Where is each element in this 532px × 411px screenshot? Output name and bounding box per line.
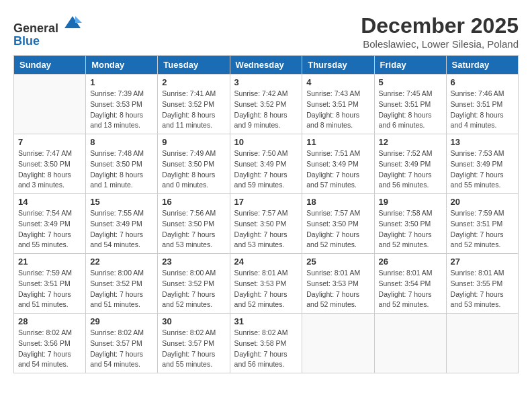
calendar-cell: 6Sunrise: 7:46 AM Sunset: 3:51 PM Daylig… (446, 75, 518, 134)
day-number: 11 (306, 137, 369, 147)
calendar-cell: 9Sunrise: 7:49 AM Sunset: 3:50 PM Daylig… (158, 134, 230, 194)
day-number: 9 (162, 137, 225, 147)
calendar-cell: 20Sunrise: 7:59 AM Sunset: 3:51 PM Dayli… (446, 194, 518, 254)
day-number: 20 (451, 197, 514, 207)
calendar-cell: 17Sunrise: 7:57 AM Sunset: 3:50 PM Dayli… (230, 194, 302, 254)
day-info: Sunrise: 7:59 AM Sunset: 3:51 PM Dayligh… (18, 268, 81, 310)
calendar-cell: 5Sunrise: 7:45 AM Sunset: 3:51 PM Daylig… (374, 75, 446, 134)
calendar-cell: 19Sunrise: 7:58 AM Sunset: 3:50 PM Dayli… (374, 194, 446, 254)
calendar-week-1: 1Sunrise: 7:39 AM Sunset: 3:53 PM Daylig… (14, 75, 519, 134)
logo: General Blue (13, 13, 82, 48)
calendar-cell: 28Sunrise: 8:02 AM Sunset: 3:56 PM Dayli… (14, 314, 86, 373)
day-number: 14 (18, 197, 81, 207)
calendar-cell: 31Sunrise: 8:02 AM Sunset: 3:58 PM Dayli… (230, 314, 302, 373)
logo-blue: Blue (13, 34, 40, 48)
day-number: 29 (90, 316, 153, 326)
day-info: Sunrise: 7:41 AM Sunset: 3:52 PM Dayligh… (162, 89, 225, 131)
day-number: 25 (306, 257, 369, 267)
day-number: 1 (90, 77, 153, 87)
day-number: 7 (18, 137, 81, 147)
calendar-week-4: 21Sunrise: 7:59 AM Sunset: 3:51 PM Dayli… (14, 254, 519, 314)
calendar-cell: 8Sunrise: 7:48 AM Sunset: 3:50 PM Daylig… (86, 134, 158, 194)
calendar-cell: 29Sunrise: 8:02 AM Sunset: 3:57 PM Dayli… (86, 314, 158, 373)
day-info: Sunrise: 7:51 AM Sunset: 3:49 PM Dayligh… (306, 148, 369, 191)
calendar-cell: 21Sunrise: 7:59 AM Sunset: 3:51 PM Dayli… (14, 254, 86, 314)
page-header: General Blue December 2025 Boleslawiec, … (13, 13, 519, 50)
calendar-week-5: 28Sunrise: 8:02 AM Sunset: 3:56 PM Dayli… (14, 314, 519, 373)
title-area: December 2025 Boleslawiec, Lower Silesia… (361, 13, 519, 50)
day-number: 3 (234, 77, 298, 87)
day-number: 15 (90, 197, 153, 207)
calendar-header-monday: Monday (86, 56, 158, 75)
logo-icon (63, 13, 82, 32)
calendar-week-2: 7Sunrise: 7:47 AM Sunset: 3:50 PM Daylig… (14, 134, 519, 194)
day-number: 30 (162, 316, 225, 326)
calendar-cell: 13Sunrise: 7:53 AM Sunset: 3:49 PM Dayli… (446, 134, 518, 194)
day-number: 27 (451, 257, 514, 267)
calendar-cell: 7Sunrise: 7:47 AM Sunset: 3:50 PM Daylig… (14, 134, 86, 194)
calendar-cell: 11Sunrise: 7:51 AM Sunset: 3:49 PM Dayli… (302, 134, 374, 194)
calendar-cell: 15Sunrise: 7:55 AM Sunset: 3:49 PM Dayli… (86, 194, 158, 254)
day-number: 26 (379, 257, 442, 267)
calendar-cell: 16Sunrise: 7:56 AM Sunset: 3:50 PM Dayli… (158, 194, 230, 254)
day-info: Sunrise: 8:02 AM Sunset: 3:58 PM Dayligh… (234, 328, 298, 370)
day-info: Sunrise: 8:01 AM Sunset: 3:53 PM Dayligh… (306, 268, 369, 310)
calendar-cell: 14Sunrise: 7:54 AM Sunset: 3:49 PM Dayli… (14, 194, 86, 254)
day-number: 16 (162, 197, 225, 207)
calendar-week-3: 14Sunrise: 7:54 AM Sunset: 3:49 PM Dayli… (14, 194, 519, 254)
day-number: 5 (379, 77, 442, 87)
day-number: 23 (162, 257, 225, 267)
calendar-cell: 3Sunrise: 7:42 AM Sunset: 3:52 PM Daylig… (230, 75, 302, 134)
day-info: Sunrise: 7:59 AM Sunset: 3:51 PM Dayligh… (451, 208, 514, 250)
day-info: Sunrise: 8:02 AM Sunset: 3:57 PM Dayligh… (162, 328, 225, 370)
day-info: Sunrise: 7:46 AM Sunset: 3:51 PM Dayligh… (451, 89, 514, 131)
calendar-cell: 12Sunrise: 7:52 AM Sunset: 3:49 PM Dayli… (374, 134, 446, 194)
calendar-header-tuesday: Tuesday (158, 56, 230, 75)
day-number: 4 (306, 77, 369, 87)
calendar-header-sunday: Sunday (14, 56, 86, 75)
calendar-cell: 22Sunrise: 8:00 AM Sunset: 3:52 PM Dayli… (86, 254, 158, 314)
calendar-table: SundayMondayTuesdayWednesdayThursdayFrid… (13, 55, 519, 373)
day-number: 28 (18, 316, 81, 326)
logo-text: General Blue (13, 13, 82, 48)
calendar-header-friday: Friday (374, 56, 446, 75)
calendar-cell: 2Sunrise: 7:41 AM Sunset: 3:52 PM Daylig… (158, 75, 230, 134)
day-number: 2 (162, 77, 225, 87)
day-number: 12 (379, 137, 442, 147)
day-number: 17 (234, 197, 298, 207)
day-number: 22 (90, 257, 153, 267)
calendar-cell (446, 314, 518, 373)
day-number: 31 (234, 316, 298, 326)
logo-general: General (13, 21, 58, 35)
calendar-cell (14, 75, 86, 134)
day-info: Sunrise: 8:01 AM Sunset: 3:54 PM Dayligh… (379, 268, 442, 310)
day-info: Sunrise: 8:02 AM Sunset: 3:57 PM Dayligh… (90, 328, 153, 370)
location-subtitle: Boleslawiec, Lower Silesia, Poland (361, 38, 519, 50)
calendar-body: 1Sunrise: 7:39 AM Sunset: 3:53 PM Daylig… (14, 75, 519, 373)
day-info: Sunrise: 7:47 AM Sunset: 3:50 PM Dayligh… (18, 148, 81, 191)
day-info: Sunrise: 7:52 AM Sunset: 3:49 PM Dayligh… (379, 148, 442, 191)
day-number: 18 (306, 197, 369, 207)
day-number: 24 (234, 257, 298, 267)
day-info: Sunrise: 7:55 AM Sunset: 3:49 PM Dayligh… (90, 208, 153, 250)
day-info: Sunrise: 7:57 AM Sunset: 3:50 PM Dayligh… (234, 208, 298, 250)
day-number: 10 (234, 137, 298, 147)
svg-marker-1 (75, 16, 82, 23)
day-number: 13 (451, 137, 514, 147)
day-info: Sunrise: 7:50 AM Sunset: 3:49 PM Dayligh… (234, 148, 298, 191)
day-info: Sunrise: 8:01 AM Sunset: 3:53 PM Dayligh… (234, 268, 298, 310)
day-info: Sunrise: 7:54 AM Sunset: 3:49 PM Dayligh… (18, 208, 81, 250)
calendar-cell (374, 314, 446, 373)
day-info: Sunrise: 7:48 AM Sunset: 3:50 PM Dayligh… (90, 148, 153, 191)
day-info: Sunrise: 8:01 AM Sunset: 3:55 PM Dayligh… (451, 268, 514, 310)
day-number: 6 (451, 77, 514, 87)
calendar-cell: 30Sunrise: 8:02 AM Sunset: 3:57 PM Dayli… (158, 314, 230, 373)
calendar-cell: 23Sunrise: 8:00 AM Sunset: 3:52 PM Dayli… (158, 254, 230, 314)
month-title: December 2025 (361, 13, 519, 38)
day-info: Sunrise: 7:56 AM Sunset: 3:50 PM Dayligh… (162, 208, 225, 250)
calendar-cell: 4Sunrise: 7:43 AM Sunset: 3:51 PM Daylig… (302, 75, 374, 134)
day-info: Sunrise: 8:00 AM Sunset: 3:52 PM Dayligh… (162, 268, 225, 310)
calendar-header-saturday: Saturday (446, 56, 518, 75)
day-info: Sunrise: 8:02 AM Sunset: 3:56 PM Dayligh… (18, 328, 81, 370)
calendar-cell: 27Sunrise: 8:01 AM Sunset: 3:55 PM Dayli… (446, 254, 518, 314)
